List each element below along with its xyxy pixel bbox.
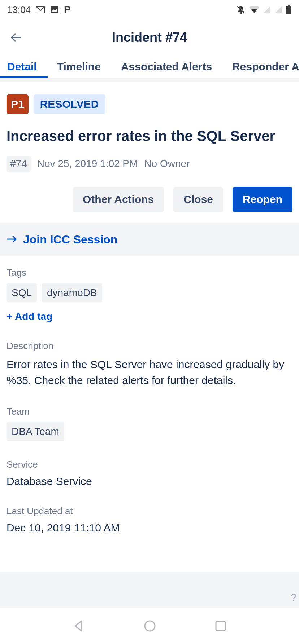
status-time: 13:04 [7,4,31,16]
arrow-right-icon [6,235,17,245]
add-tag-button[interactable]: + Add tag [6,311,52,322]
description-text: Error rates in the SQL Server have incre… [6,357,292,388]
service-label: Service [6,459,292,470]
description-label: Description [6,340,292,352]
svg-point-7 [145,621,155,631]
tab-timeline[interactable]: Timeline [57,56,101,78]
bell-muted-icon [236,5,246,14]
svg-point-2 [240,12,242,14]
close-button[interactable]: Close [173,187,223,212]
team-label: Team [6,406,292,417]
incident-id-chip: #74 [6,156,31,172]
signal2-icon [274,6,282,14]
page-title: Incident #74 [0,30,299,45]
tag-chip[interactable]: SQL [6,283,37,302]
help-icon[interactable]: ? [291,591,297,604]
nav-home-button[interactable] [143,619,156,634]
status-badge: RESOLVED [34,94,105,114]
tags-label: Tags [6,267,292,278]
mail-icon [36,6,45,13]
tab-detail[interactable]: Detail [7,56,37,78]
updated-label: Last Updated at [6,506,292,517]
icc-link-label: Join ICC Session [23,233,117,246]
tab-responder-alerts[interactable]: Responder Alerts [232,56,299,78]
battery-icon [286,5,292,14]
owner-text: No Owner [144,158,190,169]
nav-recents-button[interactable] [214,620,227,634]
wifi-icon [249,6,259,14]
tab-associated-alerts[interactable]: Associated Alerts [121,56,212,78]
system-nav-bar [0,609,299,644]
back-button[interactable] [7,29,25,46]
arrow-left-icon [9,30,23,45]
app-bar: Incident #74 [0,19,299,56]
tag-chip[interactable]: dynamoDB [42,283,102,302]
incident-title: Increased error rates in the SQL Server [6,127,292,145]
svg-rect-6 [286,6,291,14]
created-date: Nov 25, 2019 1:02 PM [37,158,138,169]
updated-value: Dec 10, 2019 11:10 AM [6,522,292,534]
team-chip[interactable]: DBA Team [6,422,64,441]
other-actions-button[interactable]: Other Actions [73,187,164,212]
priority-badge: P1 [6,94,29,114]
tabs: Detail Timeline Associated Alerts Respon… [0,56,299,79]
service-value: Database Service [6,475,292,488]
signal-icon [263,6,271,14]
photo-icon [50,6,59,14]
svg-rect-5 [288,5,290,6]
svg-rect-8 [216,621,225,631]
svg-rect-1 [51,6,58,13]
icc-banner[interactable]: Join ICC Session [0,223,299,256]
bottom-area [0,572,299,608]
p-icon: P [64,4,71,16]
reopen-button[interactable]: Reopen [233,187,292,212]
nav-back-button[interactable] [72,619,85,634]
status-bar: 13:04 P [0,0,299,19]
